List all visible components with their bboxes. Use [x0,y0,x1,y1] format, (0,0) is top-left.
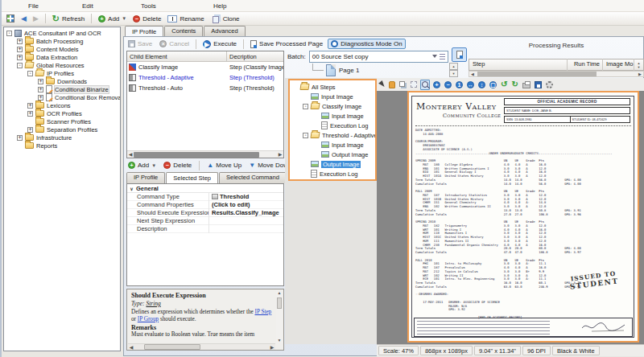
property-row-description[interactable]: Description [127,225,283,233]
scrollbar-thumb[interactable] [134,152,259,158]
help-hscrollbar[interactable]: ◀ ▶ [128,343,275,350]
add-button[interactable]: +Add▼ [97,14,128,23]
scroll-up-icon[interactable]: ▲ [449,63,458,70]
expander-icon[interactable]: + [17,55,23,60]
property-row-should-execute-expression[interactable]: Should Execute ExpressionResults.Classif… [127,209,283,217]
tree-item-downloads[interactable]: +Downloads [4,77,120,85]
detail-tab-selected-step[interactable]: Selected Step [166,172,218,183]
property-value[interactable]: (Click to edit) [208,201,283,209]
actual-size-button[interactable]: 1 [455,80,464,90]
property-value[interactable] [208,217,283,225]
property-value[interactable]: Results.Classify_Image [208,209,283,217]
rotate-right-button[interactable]: ↻ [510,80,518,90]
expander-icon[interactable]: - [27,71,33,76]
table-row[interactable]: Threshold - AdaptiveStep (Threshold) [127,72,283,83]
settings-button[interactable] [545,80,554,90]
scroll-up-icon[interactable]: ▲ [278,290,282,296]
scrollbar-thumb[interactable] [477,72,597,76]
tree-item-output-image[interactable]: Output Image [290,159,375,169]
tree-item-batch-processing[interactable]: +Batch Processing [4,37,120,45]
tree-item-input-image[interactable]: Input Image [290,111,375,121]
menu-tools[interactable]: Tools [141,2,156,10]
scroll-right-icon[interactable]: ▶ [269,344,275,351]
column-run-time[interactable]: Run Time [568,59,603,71]
clone-button[interactable]: Clone [209,14,242,24]
tree-item-lexicons[interactable]: +Lexicons [4,101,120,109]
rotate-left-button[interactable]: ↺ [500,80,508,90]
tab-contents[interactable]: Contents [164,26,203,36]
copy-region-button[interactable] [398,80,407,90]
delete-button[interactable]: −Delete [162,161,193,170]
fit-width-button[interactable]: ↔ [466,80,475,90]
tree-item-all-steps[interactable]: All Steps [290,82,375,92]
tree-item-conditional-binarize[interactable]: +Conditional Binarize [4,85,120,93]
pan-hand-button[interactable] [388,80,396,90]
tree-item-reports[interactable]: Reports [4,142,120,150]
ip-group-link[interactable]: IP Group [138,316,159,322]
execute-button[interactable]: ▶Execute [200,39,239,49]
results-spinner[interactable]: ▲▼ [634,59,643,71]
save-processed-page-button[interactable]: Save Processed Page [248,39,325,49]
delete-button[interactable]: −Delete [131,14,163,23]
add-button[interactable]: +Add▼ [126,161,158,170]
expander-icon[interactable]: + [27,111,33,117]
document-preview[interactable]: OFFICIAL ACADEMIC RECORD STUDENT NAME: D… [407,91,639,343]
expander-icon[interactable]: + [38,87,43,92]
tree-item-ace-consultant-ip-and-ocr[interactable]: -ACE Consultant IP and OCR [4,29,120,37]
expander-icon[interactable]: + [17,39,23,44]
scroll-down-icon[interactable]: ▼ [449,70,458,77]
tree-item-threshold-adaptive[interactable]: -Threshold - Adaptive [290,130,375,140]
zoom-in-button[interactable]: + [432,80,441,90]
fit-height-button[interactable]: ↕ [477,80,486,90]
page-item-label[interactable]: Page 1 [339,67,359,74]
property-group-general[interactable]: ∨ General [127,184,283,193]
nav-forward-button[interactable]: ▶ [31,14,40,23]
scroll-left-icon[interactable]: ◀ [128,344,134,351]
expander-icon[interactable]: + [27,103,33,109]
expander-icon[interactable]: + [17,47,23,52]
tree-item-scanner-profiles[interactable]: Scanner Profiles [4,117,120,125]
tree-item-input-image[interactable]: Input Image [290,92,375,101]
image-viewer-canvas[interactable]: OFFICIAL ACADEMIC RECORD STUDENT NAME: D… [377,91,644,344]
expander-icon[interactable]: - [303,104,308,109]
tree-item-content-models[interactable]: +Content Models [4,45,120,53]
save-button[interactable]: Save [126,39,155,48]
menu-edit[interactable]: Edit [82,2,93,10]
rename-button[interactable]: Rename [166,14,205,23]
column-image-mode[interactable]: Image Mo [603,59,634,71]
scroll-right-icon[interactable]: ▶ [637,72,643,76]
nav-back-button[interactable]: ◀ [19,14,28,23]
zoom-out-button[interactable]: − [444,80,452,90]
cancel-button[interactable]: ×Cancel [157,39,192,48]
filter-icon[interactable] [432,55,437,58]
menu-file[interactable]: File [28,2,39,10]
detail-tab-ip-profile[interactable]: IP Profile [126,172,165,183]
scroll-left-icon[interactable]: ◀ [469,72,476,76]
move-up-button[interactable]: ▲Move Up [205,161,243,170]
tab-advanced[interactable]: Advanced [204,26,245,36]
expander-icon[interactable]: + [17,135,23,141]
expander-icon[interactable]: - [6,31,12,36]
batch-selector[interactable]: 00 Source Set copy [309,51,448,63]
scroll-left-icon[interactable]: ◀ [127,151,134,158]
expander-icon[interactable]: + [38,79,43,84]
pointer-button[interactable] [379,80,386,90]
tree-item-conditional-box-removal[interactable]: +Conditional Box Removal [4,93,120,101]
tree-item-execution-log[interactable]: Execution Log [290,121,375,130]
property-value[interactable] [208,225,283,233]
property-value[interactable]: Threshold [208,193,283,201]
tree-item-global-resources[interactable]: -Global Resources [4,61,120,69]
column-decription[interactable]: Decription [227,53,283,60]
show-processed-page-toggle[interactable] [452,47,467,62]
select-region-button[interactable] [410,80,418,90]
scroll-right-icon[interactable]: ▶ [277,151,283,158]
property-row-command-type[interactable]: Command TypeThreshold [127,193,283,201]
expander-icon[interactable]: + [38,95,43,101]
page-thumbnail-icon[interactable] [326,64,336,76]
tree-toggle-icon[interactable] [440,54,445,60]
scrollbar-thumb[interactable] [144,344,200,350]
print-button[interactable] [522,80,531,90]
column-step[interactable]: Step [469,59,568,71]
zoom-region-button[interactable] [420,80,430,90]
tree-item-ip-profiles[interactable]: -IP Profiles [4,69,120,77]
